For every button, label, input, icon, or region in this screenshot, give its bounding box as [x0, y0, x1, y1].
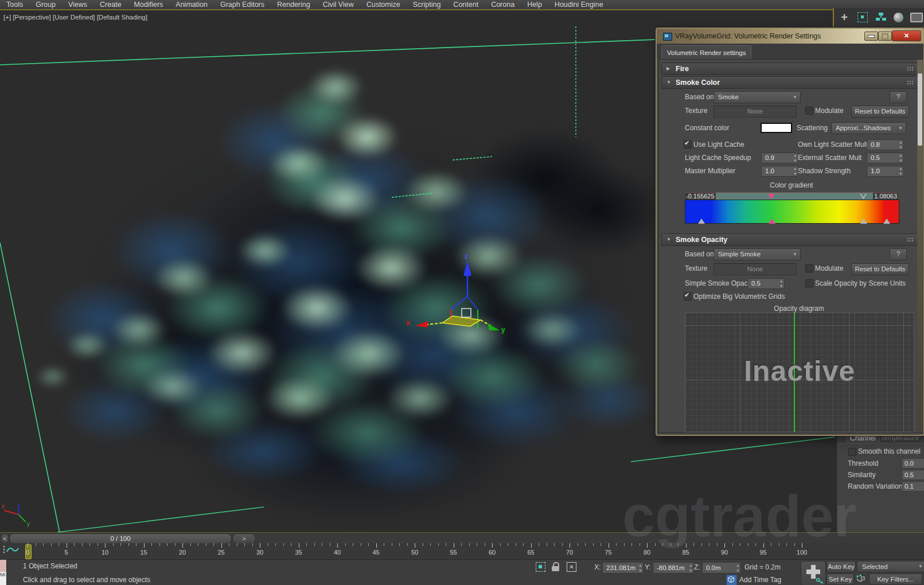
ruler-tick [477, 543, 477, 546]
use-light-cache-checkbox[interactable] [684, 141, 692, 149]
lock-icon[interactable] [552, 562, 559, 572]
set-key-mode-icon[interactable] [855, 574, 867, 584]
add-button[interactable]: + [837, 10, 851, 24]
vray-volume-grid-dialog[interactable]: VRayVolumeGrid: Volumetric Render Settin… [656, 28, 924, 436]
menu-animation[interactable]: Animation [169, 0, 214, 10]
svg-text:y: y [501, 326, 505, 334]
help-button[interactable]: ? [890, 248, 907, 260]
create-key-button[interactable] [801, 561, 826, 585]
maximize-button[interactable] [878, 32, 892, 41]
simple-smoke-opacity-spinner[interactable]: 0.5 [747, 278, 785, 289]
menu-civil-view[interactable]: Civil View [317, 0, 360, 10]
ruler-tick [454, 543, 454, 548]
tab-volumetric-render-settings[interactable]: Volumetric Render settings [661, 45, 751, 60]
close-icon[interactable]: ✕ [892, 30, 921, 41]
key-mode-dropdown[interactable]: Selected [857, 561, 924, 572]
random-variation-field[interactable]: 0.1 [902, 481, 924, 492]
menu-tools[interactable]: Tools [0, 0, 29, 10]
ruler-label: 10 [98, 549, 112, 556]
ruler-tick [190, 543, 191, 546]
gradient-key-marker[interactable] [698, 219, 705, 224]
y-coordinate-field[interactable]: -80.881m [653, 562, 694, 574]
gradient-key-marker[interactable] [883, 219, 890, 224]
opacity-diagram[interactable]: Inactive [685, 313, 914, 432]
menu-scripting[interactable]: Scripting [407, 0, 447, 10]
dialog-scrollbar[interactable] [917, 60, 923, 431]
scene-explorer-icon[interactable] [874, 10, 888, 24]
next-frame-button[interactable]: > [232, 533, 256, 544]
time-slider-handle[interactable]: 0 / 100 [9, 533, 232, 544]
similarity-field[interactable]: 0.5 [902, 470, 924, 480]
menu-group[interactable]: Group [29, 0, 62, 10]
auto-key-button[interactable]: Auto Key [826, 561, 856, 572]
texture-button[interactable]: None [714, 106, 797, 118]
opacity-texture-button[interactable]: None [714, 263, 797, 275]
key-filters-button[interactable]: Key Filters... [869, 574, 922, 585]
ruler-label: 100 [795, 549, 809, 556]
set-key-button[interactable]: Set Key [826, 574, 854, 585]
gradient-key-marker[interactable] [860, 194, 867, 199]
threshold-field[interactable]: 0.0 [902, 458, 924, 469]
menu-graph-editors[interactable]: Graph Editors [214, 0, 271, 10]
z-coordinate-field[interactable]: 0.0m [702, 562, 741, 574]
ruler-tick [198, 543, 198, 546]
ruler-tick [593, 543, 594, 546]
menu-content[interactable]: Content [447, 0, 485, 10]
menu-corona[interactable]: Corona [485, 0, 521, 10]
own-light-scatter-spinner[interactable]: 0.8 [867, 139, 904, 150]
external-scatter-label: External Scatter Mult [798, 154, 861, 162]
ruler-tick [337, 543, 338, 548]
add-time-tag[interactable]: Add Time Tag [739, 576, 781, 584]
menu-views[interactable]: Views [62, 0, 93, 10]
rollout-smoke-color[interactable]: ▼ Smoke Color [661, 76, 918, 89]
scrollbar-thumb[interactable] [918, 73, 922, 146]
external-scatter-spinner[interactable]: 0.5 [867, 153, 904, 163]
shadow-strength-spinner[interactable]: 1.0 [867, 166, 904, 177]
light-cache-speedup-spinner[interactable]: 0.9 [761, 153, 798, 163]
menu-customize[interactable]: Customize [360, 0, 407, 10]
menu-help[interactable]: Help [521, 0, 548, 10]
mini-curve-editor-icon[interactable] [2, 545, 20, 555]
opacity-modulate-checkbox[interactable] [805, 264, 813, 272]
scale-opacity-checkbox[interactable] [805, 279, 813, 287]
maxscript-listener-white[interactable]: Mi [0, 572, 7, 585]
modulate-checkbox[interactable] [805, 107, 813, 115]
menu-houdini-engine[interactable]: Houdini Engine [548, 0, 610, 10]
ruler-tick [244, 543, 245, 546]
rollout-smoke-opacity[interactable]: ▼ Smoke Opacity [661, 233, 918, 246]
time-tag-cube-icon[interactable] [726, 575, 737, 585]
ruler-tick [260, 543, 260, 548]
master-multiplier-spinner[interactable]: 1.0 [761, 166, 798, 177]
x-coordinate-field[interactable]: 231.081m [602, 562, 644, 574]
rendered-frame-icon[interactable] [910, 10, 923, 24]
render-setup-icon[interactable] [891, 10, 905, 24]
constant-color-swatch[interactable] [761, 123, 792, 133]
color-gradient-bar[interactable] [685, 200, 899, 224]
opacity-based-on-dropdown[interactable]: Simple Smoke [714, 248, 801, 260]
maxscript-listener-pink[interactable] [0, 560, 7, 572]
minimize-button[interactable] [864, 32, 878, 41]
selection-lock-region-icon[interactable] [536, 562, 545, 572]
grid-setting: Grid = 0.2m [744, 563, 781, 571]
gradient-marker-strip[interactable]: -0.155625 1.08063 [685, 192, 898, 200]
viewport-label[interactable]: [+] [Perspective] [User Defined] [Defaul… [3, 14, 147, 21]
optimize-grids-checkbox[interactable] [684, 292, 692, 301]
opacity-reset-defaults-button[interactable]: Reset to Defaults [851, 263, 909, 275]
menu-create[interactable]: Create [93, 0, 128, 10]
menu-modifiers[interactable]: Modifiers [128, 0, 170, 10]
transform-center-icon[interactable]: ✕ [567, 562, 576, 572]
previous-frame-button[interactable]: < [1, 533, 9, 544]
scattering-dropdown[interactable]: Approxi...Shadows [831, 122, 906, 134]
reset-defaults-button[interactable]: Reset to Defaults [851, 106, 909, 118]
menu-rendering[interactable]: Rendering [271, 0, 317, 10]
gradient-key-marker[interactable] [768, 194, 775, 199]
smooth-channel-checkbox[interactable] [848, 448, 856, 456]
dialog-title-bar[interactable]: VRayVolumeGrid: Volumetric Render Settin… [657, 29, 923, 44]
gradient-key-marker[interactable] [860, 219, 867, 224]
gradient-key-marker[interactable] [769, 219, 775, 224]
ruler-tick [399, 543, 400, 546]
rollout-fire[interactable]: ▶ Fire [661, 63, 918, 75]
help-button[interactable]: ? [890, 91, 907, 103]
based-on-dropdown[interactable]: Smoke [714, 91, 801, 103]
selection-region-icon[interactable] [856, 10, 870, 24]
